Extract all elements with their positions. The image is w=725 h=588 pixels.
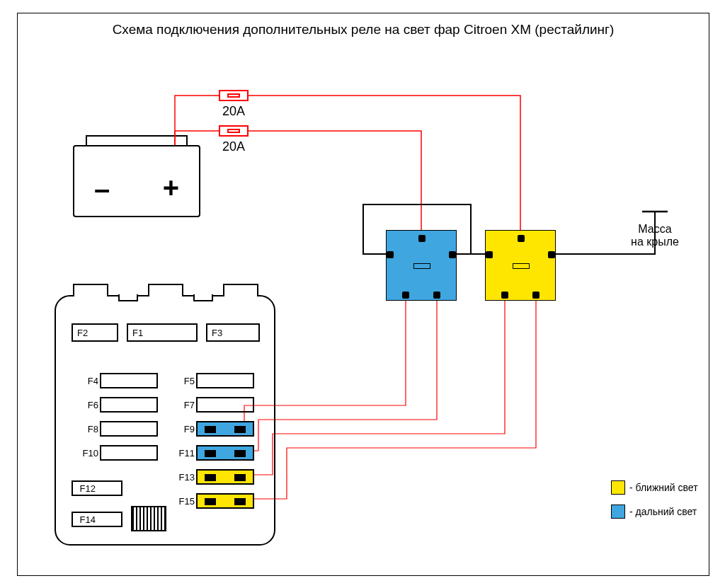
relay-low-beam	[485, 230, 556, 301]
legend-swatch-blue	[611, 505, 625, 519]
fuse-f10: F10	[100, 445, 158, 461]
relay-pin-86	[402, 292, 409, 299]
relay-pin-87	[532, 292, 540, 299]
battery-plus: +	[163, 172, 179, 204]
legend-swatch-yellow	[611, 480, 625, 495]
relay-slot	[413, 263, 430, 269]
fuse-f14: F14	[72, 512, 122, 527]
relay-pin-85	[486, 251, 493, 258]
fuse-f8: F8	[100, 421, 158, 437]
relay-pin-85	[387, 251, 394, 258]
fuse-f3: F3	[206, 323, 260, 342]
fuse-f4: F4	[100, 373, 158, 388]
relay-pin-86	[501, 292, 508, 299]
relay-pin-87-top	[449, 251, 456, 258]
fusebox-tab	[223, 284, 258, 296]
battery: – +	[73, 135, 200, 217]
ground-label-2: на крыле	[620, 236, 690, 248]
fusebox-tab	[73, 284, 108, 296]
fuse-f7: F7	[196, 397, 254, 413]
legend-low-beam: - ближний свет	[611, 480, 698, 495]
fusebox-hashed-area	[131, 506, 166, 531]
relay-pin-30	[518, 235, 525, 242]
fuse-f6: F6	[100, 397, 158, 413]
battery-minus: –	[94, 173, 110, 205]
fusebox-cutout	[193, 294, 213, 301]
ground-label-1: Масса	[620, 223, 690, 236]
legend-label-blue: - дальний свет	[629, 506, 697, 517]
fuse-box: F2 F1 F3 F4 F6 F8 F10 F12 F14 F5 F7 F9 F…	[55, 295, 275, 546]
battery-body	[73, 145, 200, 217]
relay-pin-30	[418, 235, 426, 242]
fuse-f9: F9	[196, 421, 254, 437]
fuse-f11: F11	[196, 445, 254, 461]
relay-slot	[513, 263, 530, 269]
diagram-frame: Схема подключения дополнительных реле на…	[17, 13, 709, 576]
fuse-f2: F2	[72, 323, 118, 342]
fuse-f15: F15	[196, 493, 254, 509]
fusebox-tab	[148, 284, 183, 296]
fuse-f1: F1	[127, 323, 198, 342]
ground-label: Масса на крыле	[620, 223, 690, 248]
fuse-f12: F12	[72, 480, 122, 496]
legend-label-yellow: - ближний свет	[629, 482, 698, 493]
battery-top	[86, 135, 188, 145]
fusebox-cutout	[118, 294, 138, 301]
fuse-label-bottom: 20A	[216, 139, 251, 154]
fuse-inline-bottom	[219, 125, 249, 137]
diagram-title: Схема подключения дополнительных реле на…	[18, 22, 709, 38]
fuse-f13: F13	[196, 469, 254, 485]
fuse-label-top: 20A	[216, 104, 251, 119]
fuse-f5: F5	[196, 373, 254, 388]
relay-high-beam	[386, 230, 457, 301]
relay-pin-87-top	[548, 251, 555, 258]
fuse-inline-top	[219, 90, 249, 101]
legend-high-beam: - дальний свет	[611, 505, 697, 519]
relay-pin-87	[433, 292, 440, 299]
